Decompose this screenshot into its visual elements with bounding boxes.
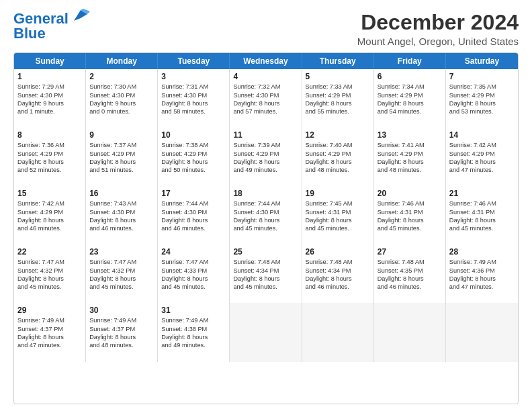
day-info: Sunrise: 7:49 AM Sunset: 4:38 PM Dayligh… [161, 316, 226, 350]
day-info: Sunrise: 7:36 AM Sunset: 4:29 PM Dayligh… [17, 141, 82, 175]
day-info: Sunrise: 7:40 AM Sunset: 4:29 PM Dayligh… [306, 141, 370, 175]
day-info: Sunrise: 7:42 AM Sunset: 4:29 PM Dayligh… [17, 199, 82, 233]
calendar-row: 15Sunrise: 7:42 AM Sunset: 4:29 PM Dayli… [14, 186, 518, 244]
day-info: Sunrise: 7:32 AM Sunset: 4:30 PM Dayligh… [233, 83, 298, 116]
calendar-cell: 28Sunrise: 7:49 AM Sunset: 4:36 PM Dayli… [446, 244, 518, 304]
calendar-cell: 26Sunrise: 7:48 AM Sunset: 4:34 PM Dayli… [302, 244, 374, 304]
day-number: 21 [449, 189, 515, 198]
calendar-cell: 21Sunrise: 7:46 AM Sunset: 4:31 PM Dayli… [446, 186, 518, 245]
calendar-row: 29Sunrise: 7:49 AM Sunset: 4:37 PM Dayli… [14, 303, 518, 361]
calendar-header-cell: Saturday [446, 53, 518, 69]
page: General Blue December 2024 Mount Angel, … [0, 0, 532, 411]
calendar-body: 1Sunrise: 7:29 AM Sunset: 4:30 PM Daylig… [14, 69, 518, 361]
calendar-cell: 5Sunrise: 7:33 AM Sunset: 4:29 PM Daylig… [302, 69, 374, 128]
header: General Blue December 2024 Mount Angel, … [13, 11, 519, 47]
calendar-cell: 12Sunrise: 7:40 AM Sunset: 4:29 PM Dayli… [302, 128, 374, 187]
calendar-cell: 23Sunrise: 7:47 AM Sunset: 4:32 PM Dayli… [86, 244, 158, 304]
day-number: 16 [89, 189, 154, 198]
calendar-cell: 24Sunrise: 7:47 AM Sunset: 4:33 PM Dayli… [158, 244, 230, 304]
calendar-cell [446, 303, 518, 362]
day-info: Sunrise: 7:39 AM Sunset: 4:29 PM Dayligh… [233, 141, 298, 175]
day-number: 2 [89, 72, 154, 81]
logo: General Blue [13, 11, 90, 42]
day-number: 7 [449, 72, 515, 81]
calendar-cell: 3Sunrise: 7:31 AM Sunset: 4:30 PM Daylig… [158, 69, 230, 128]
logo-icon [71, 9, 90, 25]
calendar-cell: 14Sunrise: 7:42 AM Sunset: 4:29 PM Dayli… [446, 128, 518, 187]
day-number: 27 [378, 247, 442, 257]
calendar-cell: 7Sunrise: 7:35 AM Sunset: 4:29 PM Daylig… [446, 69, 518, 128]
calendar-cell: 8Sunrise: 7:36 AM Sunset: 4:29 PM Daylig… [14, 128, 86, 187]
day-number: 6 [378, 72, 442, 81]
calendar-cell: 25Sunrise: 7:48 AM Sunset: 4:34 PM Dayli… [230, 244, 302, 304]
day-info: Sunrise: 7:48 AM Sunset: 4:34 PM Dayligh… [233, 258, 298, 291]
day-info: Sunrise: 7:29 AM Sunset: 4:30 PM Dayligh… [17, 83, 82, 116]
day-number: 30 [89, 306, 154, 315]
title-block: December 2024 Mount Angel, Oregon, Unite… [357, 11, 519, 47]
day-number: 1 [17, 72, 82, 81]
calendar-cell: 10Sunrise: 7:38 AM Sunset: 4:29 PM Dayli… [158, 128, 230, 187]
calendar-row: 8Sunrise: 7:36 AM Sunset: 4:29 PM Daylig… [14, 128, 518, 186]
day-number: 12 [306, 130, 370, 140]
calendar-cell: 20Sunrise: 7:46 AM Sunset: 4:31 PM Dayli… [374, 186, 446, 245]
calendar-cell: 18Sunrise: 7:44 AM Sunset: 4:30 PM Dayli… [230, 186, 302, 245]
calendar-cell: 9Sunrise: 7:37 AM Sunset: 4:29 PM Daylig… [86, 128, 158, 187]
calendar-cell: 29Sunrise: 7:49 AM Sunset: 4:37 PM Dayli… [14, 303, 86, 362]
day-number: 31 [161, 306, 226, 315]
day-number: 17 [161, 189, 226, 198]
day-info: Sunrise: 7:46 AM Sunset: 4:31 PM Dayligh… [449, 199, 515, 233]
day-number: 4 [233, 72, 298, 81]
day-number: 18 [233, 189, 298, 198]
calendar-cell: 16Sunrise: 7:43 AM Sunset: 4:30 PM Dayli… [86, 186, 158, 245]
day-number: 19 [306, 189, 370, 198]
calendar-header-cell: Monday [86, 53, 158, 69]
calendar-header-cell: Friday [374, 53, 446, 69]
day-info: Sunrise: 7:30 AM Sunset: 4:30 PM Dayligh… [89, 83, 154, 116]
day-number: 10 [161, 130, 226, 140]
day-info: Sunrise: 7:43 AM Sunset: 4:30 PM Dayligh… [89, 199, 154, 233]
calendar-cell [374, 303, 446, 362]
day-number: 8 [17, 130, 82, 140]
day-number: 26 [306, 247, 370, 257]
day-info: Sunrise: 7:46 AM Sunset: 4:31 PM Dayligh… [378, 199, 442, 233]
day-info: Sunrise: 7:49 AM Sunset: 4:37 PM Dayligh… [17, 316, 82, 350]
day-info: Sunrise: 7:47 AM Sunset: 4:33 PM Dayligh… [161, 258, 226, 291]
calendar-header-cell: Thursday [302, 53, 374, 69]
day-number: 11 [233, 130, 298, 140]
calendar-cell: 11Sunrise: 7:39 AM Sunset: 4:29 PM Dayli… [230, 128, 302, 187]
calendar-header: SundayMondayTuesdayWednesdayThursdayFrid… [14, 53, 518, 69]
day-number: 20 [378, 189, 442, 198]
day-info: Sunrise: 7:47 AM Sunset: 4:32 PM Dayligh… [89, 258, 154, 291]
day-info: Sunrise: 7:48 AM Sunset: 4:34 PM Dayligh… [306, 258, 370, 291]
day-number: 5 [306, 72, 370, 81]
calendar-cell: 30Sunrise: 7:49 AM Sunset: 4:37 PM Dayli… [86, 303, 158, 362]
calendar-header-cell: Wednesday [230, 53, 302, 69]
day-number: 22 [17, 247, 82, 257]
calendar-cell: 15Sunrise: 7:42 AM Sunset: 4:29 PM Dayli… [14, 186, 86, 245]
day-info: Sunrise: 7:44 AM Sunset: 4:30 PM Dayligh… [161, 199, 226, 233]
day-info: Sunrise: 7:45 AM Sunset: 4:31 PM Dayligh… [306, 199, 370, 233]
logo-blue-text: Blue [13, 25, 46, 42]
day-info: Sunrise: 7:34 AM Sunset: 4:29 PM Dayligh… [378, 83, 442, 116]
day-number: 13 [378, 130, 442, 140]
day-info: Sunrise: 7:41 AM Sunset: 4:29 PM Dayligh… [378, 141, 442, 175]
calendar-cell: 13Sunrise: 7:41 AM Sunset: 4:29 PM Dayli… [374, 128, 446, 187]
calendar-cell: 17Sunrise: 7:44 AM Sunset: 4:30 PM Dayli… [158, 186, 230, 245]
subtitle: Mount Angel, Oregon, United States [357, 36, 519, 47]
day-number: 25 [233, 247, 298, 257]
calendar-cell: 4Sunrise: 7:32 AM Sunset: 4:30 PM Daylig… [230, 69, 302, 128]
calendar-cell: 19Sunrise: 7:45 AM Sunset: 4:31 PM Dayli… [302, 186, 374, 245]
day-info: Sunrise: 7:49 AM Sunset: 4:37 PM Dayligh… [89, 316, 154, 350]
main-title: December 2024 [357, 11, 519, 34]
day-info: Sunrise: 7:31 AM Sunset: 4:30 PM Dayligh… [161, 83, 226, 116]
calendar-cell: 22Sunrise: 7:47 AM Sunset: 4:32 PM Dayli… [14, 244, 86, 304]
calendar-cell [230, 303, 302, 362]
calendar-cell: 6Sunrise: 7:34 AM Sunset: 4:29 PM Daylig… [374, 69, 446, 128]
day-info: Sunrise: 7:37 AM Sunset: 4:29 PM Dayligh… [89, 141, 154, 175]
day-number: 14 [449, 130, 515, 140]
day-info: Sunrise: 7:42 AM Sunset: 4:29 PM Dayligh… [449, 141, 515, 175]
day-info: Sunrise: 7:49 AM Sunset: 4:36 PM Dayligh… [449, 258, 515, 291]
day-info: Sunrise: 7:48 AM Sunset: 4:35 PM Dayligh… [378, 258, 442, 291]
calendar-cell: 1Sunrise: 7:29 AM Sunset: 4:30 PM Daylig… [14, 69, 86, 128]
day-info: Sunrise: 7:38 AM Sunset: 4:29 PM Dayligh… [161, 141, 226, 175]
